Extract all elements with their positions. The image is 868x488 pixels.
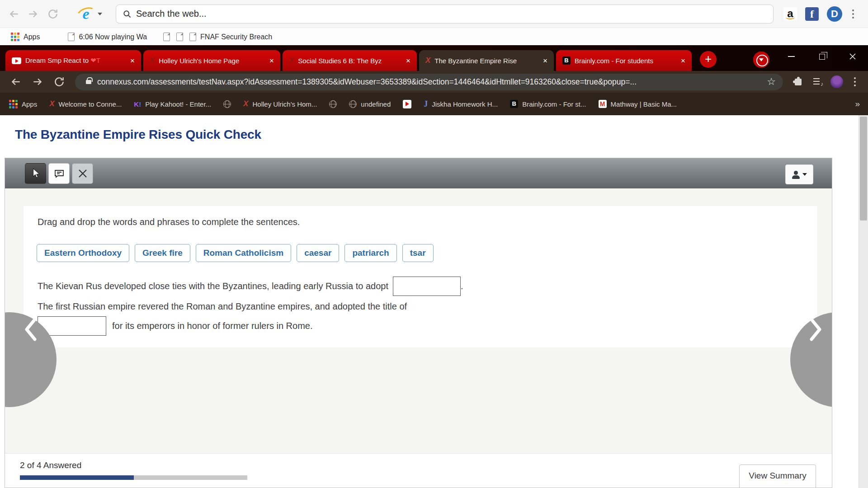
bookmark-mathway[interactable]: M Mathway | Basic Ma... [599,100,677,108]
amazon-icon[interactable]: a [783,7,797,21]
chevron-left-icon[interactable] [24,318,37,341]
browser-logo-button[interactable]: e [78,6,102,22]
bookmark-apps[interactable]: Apps [9,100,37,108]
bookmark-label: Apps [22,100,37,108]
pointer-tool-button[interactable] [25,163,46,184]
bookmark-label: Brainly.com - For st... [522,100,586,108]
word-chip-caesar[interactable]: caesar [297,244,339,262]
tab-close-icon[interactable]: × [404,56,412,66]
dailymotion-icon[interactable]: D [827,6,842,22]
tab-holley-home[interactable]: X Holley Ulrich's Home Page × [143,50,280,71]
bookmark-jiskha[interactable]: J Jiskha Homework H... [424,99,498,109]
tab-bar: Dream Smp React to ❤T × X Holley Ulrich'… [0,45,868,71]
drop-blank-1[interactable] [393,277,461,296]
window-minimize-button[interactable] [778,45,805,68]
reload-icon[interactable] [47,8,59,20]
outer-menu-icon[interactable] [850,8,856,20]
outer-bookmark-item[interactable] [176,33,183,41]
globe-icon [349,100,357,108]
word-chip-greek-fire[interactable]: Greek fire [135,244,190,262]
progress-fill [20,475,134,480]
bookmark-label: Mathway | Basic Ma... [611,100,677,108]
tab-social-studies[interactable]: X Social Studies 6 B: The Byz × [283,50,417,71]
youtube-icon [12,57,21,64]
chrome-menu-icon[interactable] [852,75,858,88]
window-close-button[interactable] [839,45,866,68]
facebook-icon[interactable]: f [805,7,819,21]
bookmark-welcome-connexus[interactable]: X Welcome to Conne... [49,99,122,108]
tab-byzantine-empire-active[interactable]: X The Byzantine Empire Rise × [419,50,554,71]
tab-close-icon[interactable]: × [268,56,276,66]
reload-icon[interactable] [53,76,65,88]
url-text[interactable]: connexus.com/assessments/testNav.aspx?id… [97,77,760,87]
forward-icon[interactable] [32,76,43,88]
search-input[interactable] [136,9,773,19]
word-chip-roman-catholicism[interactable]: Roman Catholicism [196,244,291,262]
back-icon[interactable] [10,76,22,88]
tab-close-icon[interactable]: × [679,56,687,66]
chevron-down-icon [98,13,102,15]
url-omnibox[interactable]: connexus.com/assessments/testNav.aspx?id… [75,74,783,90]
sentence-1-text: The Kievan Rus developed close ties with… [38,281,388,291]
lock-icon[interactable] [86,80,91,84]
outer-bookmark-item[interactable]: FNAF Security Breach [189,33,272,41]
scrollbar-thumb[interactable] [860,117,867,221]
outer-bookmark-label: 6:06 Now playing Wa [79,33,147,41]
sentence-3-text: for its emperors in honor of former rule… [112,321,313,331]
connexus-icon: X [425,56,430,65]
quiz-panel: Drag and drop the words and phrases to c… [5,158,832,488]
extensions-puzzle-icon[interactable] [795,79,802,85]
brainly-icon: B [562,56,571,65]
media-controls-icon[interactable] [813,78,820,85]
chevron-right-icon[interactable] [809,318,823,341]
outer-bookmark-item[interactable] [163,33,170,41]
page-icon [189,33,196,41]
back-icon[interactable] [8,8,20,20]
bookmarks-overflow-icon[interactable]: » [855,99,860,109]
sentence-2-text: The first Russian empire revered the Rom… [38,301,407,312]
bookmarks-bar: Apps X Welcome to Conne... K! Play Kahoo… [0,93,868,115]
quiz-profile-dropdown-button[interactable] [785,164,813,184]
bookmark-holley-home[interactable]: X Holley Ulrich's Hom... [243,99,317,108]
forward-icon[interactable] [27,8,39,20]
outer-bookmark-label: FNAF Security Breach [200,33,272,41]
bookmark-globe-2[interactable] [329,100,337,108]
page-icon [176,33,183,41]
outer-apps-label: Apps [24,33,40,41]
tab-close-icon[interactable]: × [128,56,137,66]
outer-apps-button[interactable]: Apps [11,33,40,41]
tab-brainly[interactable]: B Brainly.com - For students × [556,50,692,71]
outer-bookmark-item[interactable]: 6:06 Now playing Wa [68,33,147,41]
question-prompt: Drag and drop the words and phrases to c… [38,217,300,227]
bookmark-brainly[interactable]: B Brainly.com - For st... [510,100,586,108]
new-tab-button[interactable]: + [700,51,717,68]
word-chip-eastern-orthodoxy[interactable]: Eastern Orthodoxy [37,244,129,262]
bookmark-label: Play Kahoot! - Enter... [145,100,211,108]
youtube-icon [403,100,411,108]
tab-search-dropdown-button[interactable] [753,52,769,68]
view-summary-button[interactable]: View Summary [739,465,816,488]
jiskha-icon: J [424,99,428,109]
bookmark-kahoot[interactable]: K! Play Kahoot! - Enter... [134,100,211,108]
word-chip-patriarch[interactable]: patriarch [344,244,396,262]
tab-close-icon[interactable]: × [541,56,549,66]
word-chip-tsar[interactable]: tsar [402,244,434,262]
brainly-icon: B [510,100,518,108]
bookmark-star-icon[interactable]: ☆ [767,76,776,88]
internet-explorer-icon: e [78,6,94,22]
bookmark-undefined[interactable]: undefined [349,100,391,108]
page-content: The Byzantine Empire Rises Quick Check [0,115,868,488]
close-icon [77,168,88,179]
kahoot-icon: K! [134,100,141,108]
window-restore-button[interactable] [808,45,835,68]
question-card: Drag and drop the words and phrases to c… [24,206,817,347]
vertical-scrollbar[interactable] [859,115,868,488]
profile-avatar[interactable] [830,75,843,88]
connexus-icon: X [289,56,294,65]
sentences: The Kievan Rus developed close ties with… [38,276,806,336]
bookmark-youtube[interactable] [403,100,411,108]
close-tool-button[interactable] [72,163,93,184]
bookmark-globe-1[interactable] [223,100,231,108]
tab-dream-smp[interactable]: Dream Smp React to ❤T × [5,50,141,71]
notes-tool-button[interactable] [48,163,70,184]
